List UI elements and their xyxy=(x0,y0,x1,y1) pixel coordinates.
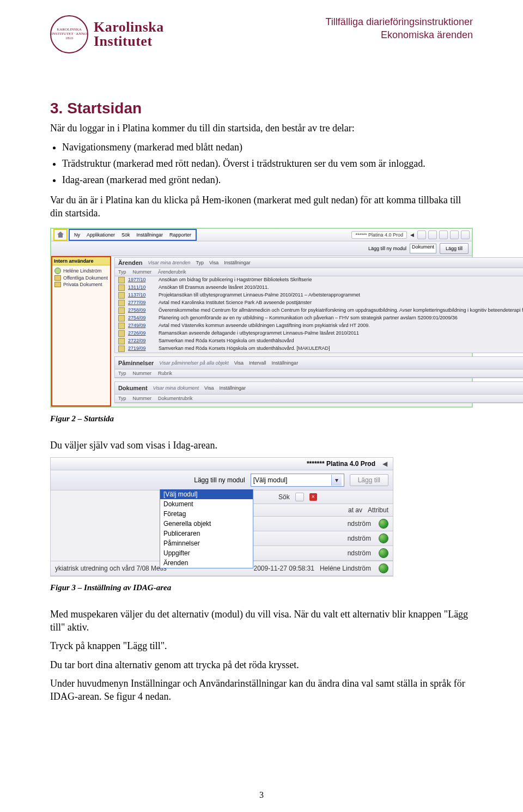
item-number[interactable]: 1977/10 xyxy=(128,277,155,283)
item-title: Ramansökan avseende deltagande i utbytes… xyxy=(159,330,523,337)
item-icon xyxy=(118,284,125,291)
table-row[interactable]: 2758/09Överenskommelse med Centrum för a… xyxy=(115,307,523,314)
nav-item[interactable]: Inställningar xyxy=(137,232,163,238)
help-icon[interactable] xyxy=(461,231,470,239)
nav-item[interactable]: Ny xyxy=(74,232,80,238)
item-number[interactable]: 2754/09 xyxy=(128,315,155,322)
item-title: Projektansökan till utbytesprogrammet Li… xyxy=(159,292,523,299)
item-number[interactable]: 2719/09 xyxy=(128,346,155,352)
tab[interactable]: Visa xyxy=(204,385,214,391)
tree-user[interactable]: Heléne Lindström xyxy=(54,268,108,274)
toolbar-icon[interactable] xyxy=(428,231,437,239)
globe-icon[interactable] xyxy=(379,548,388,558)
table-row[interactable]: 1311/10Ansökan till Erasmus avseende läs… xyxy=(115,284,523,292)
bottom-row-date: 2009-11-27 09:58:31 xyxy=(254,565,314,572)
bullet-item: Idag-arean (markerad med grönt nedan). xyxy=(62,173,473,188)
nav-menu-highlight: Ny Applikationer Sök Inställningar Rappo… xyxy=(69,229,197,241)
product-badge: ****** Platina 4.0 Prod ◀ xyxy=(351,231,470,239)
folder-icon xyxy=(54,275,61,281)
dropdown-item[interactable]: Generella objekt xyxy=(160,519,253,529)
tail-paragraph: Tryck på knappen "Lägg till". xyxy=(50,639,473,652)
table-row[interactable]: 2749/09Avtal med Västerviks kommun avsee… xyxy=(115,322,523,330)
item-icon xyxy=(118,323,125,329)
nav-item[interactable]: Rapporter xyxy=(169,232,191,238)
table-row[interactable]: 2754/09Planering och genomförande av en … xyxy=(115,314,523,322)
mid-paragraph: Du väljer själv vad som visas i Idag-are… xyxy=(50,439,473,452)
home-button-highlight[interactable] xyxy=(53,229,68,241)
figure-3-caption: Figur 3 – Inställning av IDAG-area xyxy=(50,583,473,592)
table-row[interactable]: 2777/09Avtal med Karolinska Institutet S… xyxy=(115,299,523,307)
chevron-left-icon[interactable]: ◀ xyxy=(381,460,388,468)
tail-paragraph: Med muspekaren väljer du det alternativ … xyxy=(50,608,473,634)
tab[interactable]: Visa xyxy=(234,360,244,366)
tab[interactable]: Inställningar xyxy=(224,260,251,265)
item-number[interactable]: 2726/09 xyxy=(128,330,155,337)
module-select[interactable]: Dokument xyxy=(410,244,436,253)
bottom-row-user: Heléne Lindström xyxy=(320,565,371,572)
add-module-label: Lägg till ny modul xyxy=(194,476,245,484)
nav-item[interactable]: Sök xyxy=(121,232,130,238)
close-icon[interactable]: × xyxy=(309,493,317,501)
item-icon xyxy=(118,292,125,299)
home-icon xyxy=(57,232,64,238)
item-title: Ansökan till Erasmus avseende läsåret 20… xyxy=(159,284,523,291)
dokument-panel: Dokument Visar mina dokument Visa Instäl… xyxy=(114,381,523,403)
item-title: Ansökan om bidrag för publicering i Hags… xyxy=(159,277,523,283)
dropdown-item[interactable]: Företag xyxy=(160,509,253,519)
chevron-left-icon[interactable]: ◀ xyxy=(410,232,414,238)
item-number[interactable]: 2758/09 xyxy=(128,307,155,314)
dropdown-item[interactable]: Publiceraren xyxy=(160,529,253,538)
tab[interactable]: Visa xyxy=(209,260,218,265)
item-number[interactable]: 2722/09 xyxy=(128,338,155,344)
item-number[interactable]: 1137/10 xyxy=(128,292,155,299)
table-row[interactable]: 1137/10Projektansökan till utbytesprogra… xyxy=(115,292,523,299)
dropdown-item[interactable]: Ärenden xyxy=(160,558,253,568)
search-button[interactable]: Sök xyxy=(278,493,290,501)
item-number[interactable]: 2749/09 xyxy=(128,323,155,329)
item-number[interactable]: 2777/09 xyxy=(128,300,155,306)
panel-title: Ärenden xyxy=(118,259,143,266)
user-icon xyxy=(54,268,61,274)
add-module-label: Lägg till ny modul xyxy=(368,246,406,251)
panel-action-icon[interactable] xyxy=(295,493,304,501)
figure-2-screenshot: Ny Applikationer Sök Inställningar Rappo… xyxy=(50,228,473,408)
item-title: Överenskommelse med Centrum för allmänme… xyxy=(159,307,523,314)
wordmark: Karolinska Institutet xyxy=(94,19,164,50)
logo-block: KAROLINSKA INSTITUTET · ANNO 1810 Karoli… xyxy=(50,15,164,53)
toolbar-icon[interactable] xyxy=(417,231,426,239)
table-row[interactable]: 1977/10Ansökan om bidrag för publicering… xyxy=(115,276,523,284)
tab[interactable]: Inställningar xyxy=(219,385,246,391)
toolbar-icon[interactable] xyxy=(450,231,459,239)
table-row[interactable]: 2722/09Samverkan med Röda Korsets Högsko… xyxy=(115,337,523,345)
tab[interactable]: Intervall xyxy=(249,360,266,366)
globe-icon[interactable] xyxy=(379,534,388,543)
dropdown-item[interactable]: Uppgifter xyxy=(160,548,253,558)
item-icon xyxy=(118,330,125,337)
globe-icon[interactable] xyxy=(379,563,388,573)
tree-item[interactable]: Offentliga Dokument xyxy=(54,275,108,281)
tree-item[interactable]: Privata Dokument xyxy=(54,282,108,287)
table-row[interactable]: 2726/09Ramansökan avseende deltagande i … xyxy=(115,330,523,337)
dropdown-item[interactable]: [Välj modul] xyxy=(160,489,253,499)
tab[interactable]: Inställningar xyxy=(272,360,299,366)
module-select[interactable]: [Välj modul] ▾ xyxy=(251,474,344,487)
add-button[interactable]: Lägg till xyxy=(440,243,469,254)
item-icon xyxy=(118,346,125,352)
nav-item[interactable]: Applikationer xyxy=(87,232,115,238)
toolbar-icon[interactable] xyxy=(439,231,448,239)
intro-paragraph: När du loggar in i Platina kommer du til… xyxy=(50,122,473,135)
item-number[interactable]: 1311/10 xyxy=(128,284,155,291)
item-icon xyxy=(118,300,125,306)
globe-icon[interactable] xyxy=(379,519,388,529)
add-module-bar: Lägg till ny modul Dokument Lägg till xyxy=(51,241,472,256)
figure-3-screenshot: ******* Platina 4.0 Prod ◀ Lägg till ny … xyxy=(50,457,393,577)
item-icon xyxy=(118,315,125,322)
dropdown-item[interactable]: Påminnelser xyxy=(160,538,253,548)
tab[interactable]: Typ xyxy=(196,260,204,265)
page-number: 3 xyxy=(0,790,523,800)
table-row[interactable]: 2719/09Samverkan med Röda Korsets Högsko… xyxy=(115,345,523,353)
document-header: KAROLINSKA INSTITUTET · ANNO 1810 Karoli… xyxy=(50,15,473,53)
module-dropdown[interactable]: [Välj modul]DokumentFöretagGenerella obj… xyxy=(160,489,253,568)
dropdown-item[interactable]: Dokument xyxy=(160,499,253,509)
chevron-down-icon[interactable]: ▾ xyxy=(331,475,342,486)
